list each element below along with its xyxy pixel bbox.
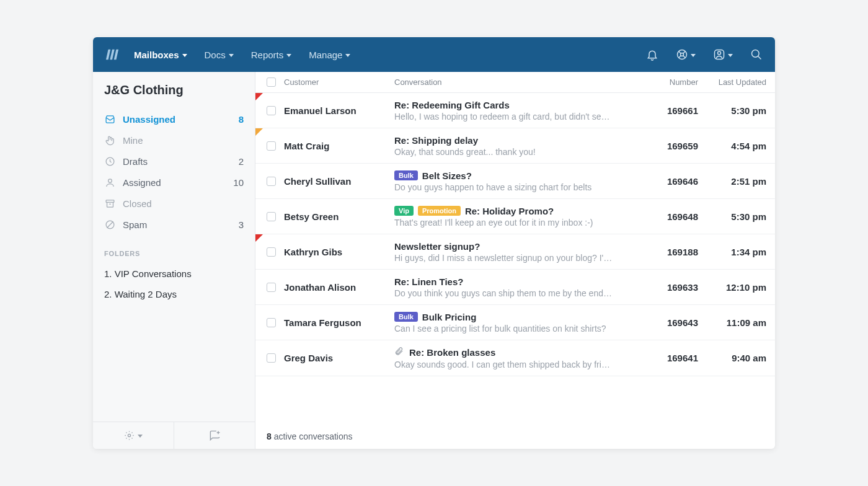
- help-icon[interactable]: [676, 48, 696, 61]
- conversation-number: 169641: [639, 353, 698, 363]
- row-checkbox[interactable]: [258, 247, 284, 257]
- file-icon: [104, 156, 115, 167]
- conversation-subject: Belt Sizes?: [422, 170, 472, 181]
- select-all-checkbox[interactable]: [258, 77, 284, 87]
- column-number[interactable]: Number: [639, 77, 698, 87]
- conversation-subject: Re: Linen Ties?: [394, 276, 463, 287]
- conversation-row[interactable]: Tamara FergusonBulkBulk PricingCan I see…: [255, 305, 775, 340]
- row-checkbox[interactable]: [258, 283, 284, 292]
- nav-item-manage[interactable]: Manage: [309, 50, 350, 60]
- conversation-number: 169633: [639, 282, 698, 293]
- sidebar-item-label: Mine: [123, 135, 244, 146]
- conversation-preview: Okay, that sounds great... thank you!: [394, 147, 614, 157]
- priority-flag-red: [255, 234, 263, 242]
- block-icon: [104, 219, 115, 230]
- svg-point-8: [752, 50, 760, 58]
- conversation-subject: Re: Broken glasses: [409, 347, 495, 358]
- conversation-row[interactable]: Cheryl SullivanBulkBelt Sizes?Do you guy…: [255, 164, 775, 199]
- nav-item-docs[interactable]: Docs: [205, 50, 234, 60]
- sidebar-item-spam[interactable]: Spam3: [93, 214, 255, 235]
- svg-point-1: [681, 53, 684, 56]
- svg-point-11: [108, 179, 112, 182]
- conversation-cell: Re: Redeeming Gift CardsHello, I was hop…: [394, 100, 639, 122]
- row-checkbox[interactable]: [258, 106, 284, 115]
- compose-button[interactable]: [174, 422, 255, 449]
- sidebar-item-closed[interactable]: Closed: [93, 193, 255, 214]
- conversation-row[interactable]: Matt CraigRe: Shipping delayOkay, that s…: [255, 128, 775, 164]
- sidebar-content: J&G Clothing Unassigned8MineDrafts2Assig…: [93, 72, 255, 422]
- sidebar-item-drafts[interactable]: Drafts2: [93, 151, 255, 172]
- summary-count: 8: [267, 431, 272, 441]
- conversation-subject: Re: Holiday Promo?: [465, 206, 554, 216]
- row-checkbox[interactable]: [258, 353, 284, 363]
- nav-item-reports[interactable]: Reports: [251, 50, 292, 60]
- notifications-icon[interactable]: [646, 48, 658, 61]
- customer-name: Matt Craig: [284, 141, 394, 151]
- conversation-row[interactable]: Emanuel LarsonRe: Redeeming Gift CardsHe…: [255, 93, 775, 128]
- conversation-cell: Re: Linen Ties?Do you think you guys can…: [394, 276, 639, 298]
- sidebar-item-count: 2: [239, 156, 244, 167]
- sidebar-item-count: 10: [233, 177, 244, 188]
- conversation-row[interactable]: Betsy GreenVipPromotionRe: Holiday Promo…: [255, 199, 775, 234]
- conversation-row[interactable]: Greg DavisRe: Broken glassesOkay sounds …: [255, 340, 775, 376]
- conversation-preview: Can I see a pricing list for bulk quanti…: [394, 324, 614, 334]
- svg-rect-12: [106, 200, 114, 202]
- content: Customer Conversation Number Last Update…: [255, 72, 775, 449]
- sidebar-item-mine[interactable]: Mine: [93, 130, 255, 151]
- chevron-down-icon: [691, 54, 696, 57]
- chevron-down-icon: [345, 54, 350, 57]
- tag-bulk: Bulk: [394, 170, 418, 180]
- nav-item-mailboxes[interactable]: Mailboxes: [134, 50, 187, 60]
- sidebar-item-assigned[interactable]: Assigned10: [93, 172, 255, 193]
- conversation-subject: Bulk Pricing: [422, 312, 477, 322]
- row-checkbox[interactable]: [258, 177, 284, 186]
- conversation-subject: Re: Redeeming Gift Cards: [394, 100, 510, 110]
- conversation-cell: BulkBelt Sizes?Do you guys happen to hav…: [394, 170, 639, 192]
- conversation-time: 5:30 pm: [698, 211, 766, 222]
- svg-point-0: [678, 50, 687, 60]
- svg-line-3: [683, 51, 685, 53]
- tag-promo: Promotion: [418, 206, 461, 216]
- conversation-time: 12:10 pm: [698, 282, 766, 293]
- sidebar-item-unassigned[interactable]: Unassigned8: [93, 108, 255, 130]
- row-checkbox[interactable]: [258, 318, 284, 327]
- list-header: Customer Conversation Number Last Update…: [255, 72, 775, 93]
- conversation-preview: Do you guys happen to have a sizing char…: [394, 182, 614, 192]
- conversation-number: 169659: [639, 141, 698, 151]
- column-conversation[interactable]: Conversation: [394, 77, 639, 87]
- svg-point-7: [718, 51, 721, 55]
- svg-point-16: [128, 434, 130, 436]
- svg-line-15: [107, 221, 113, 228]
- nav-items: MailboxesDocsReportsManage: [134, 50, 646, 60]
- conversation-row[interactable]: Kathryn GibsNewsletter signup?Hi guys, d…: [255, 234, 775, 270]
- customer-name: Betsy Green: [284, 211, 394, 222]
- conversation-cell: Re: Broken glassesOkay sounds good. I ca…: [394, 347, 639, 369]
- tag-bulk: Bulk: [394, 312, 418, 322]
- profile-icon[interactable]: [713, 48, 733, 61]
- sidebar-item-count: 8: [239, 114, 244, 125]
- conversation-preview: Hello, I was hoping to redeem a gift car…: [394, 112, 614, 122]
- folder-item[interactable]: 2. Waiting 2 Days: [93, 284, 255, 304]
- conversation-number: 169646: [639, 176, 698, 187]
- column-last-updated[interactable]: Last Updated: [698, 77, 766, 87]
- svg-line-4: [679, 56, 681, 58]
- app-logo[interactable]: [105, 48, 119, 61]
- conversation-subject: Re: Shipping delay: [394, 135, 478, 146]
- inbox-icon: [104, 113, 115, 125]
- svg-line-2: [679, 51, 681, 53]
- conversation-row[interactable]: Jonathan AlisonRe: Linen Ties?Do you thi…: [255, 270, 775, 305]
- conversation-time: 4:54 pm: [698, 141, 766, 151]
- column-customer[interactable]: Customer: [284, 77, 394, 87]
- search-icon[interactable]: [750, 48, 763, 61]
- row-checkbox[interactable]: [258, 212, 284, 221]
- customer-name: Jonathan Alison: [284, 282, 394, 293]
- conversation-cell: Newsletter signup?Hi guys, did I miss a …: [394, 241, 639, 263]
- topbar-right: [646, 48, 763, 61]
- folder-item[interactable]: 1. VIP Conversations: [93, 263, 255, 284]
- conversation-preview: Okay sounds good. I can get them shipped…: [394, 360, 614, 369]
- row-checkbox[interactable]: [258, 141, 284, 151]
- customer-name: Cheryl Sullivan: [284, 176, 394, 187]
- chevron-down-icon: [229, 54, 234, 57]
- archive-icon: [104, 198, 115, 209]
- settings-button[interactable]: [93, 422, 174, 449]
